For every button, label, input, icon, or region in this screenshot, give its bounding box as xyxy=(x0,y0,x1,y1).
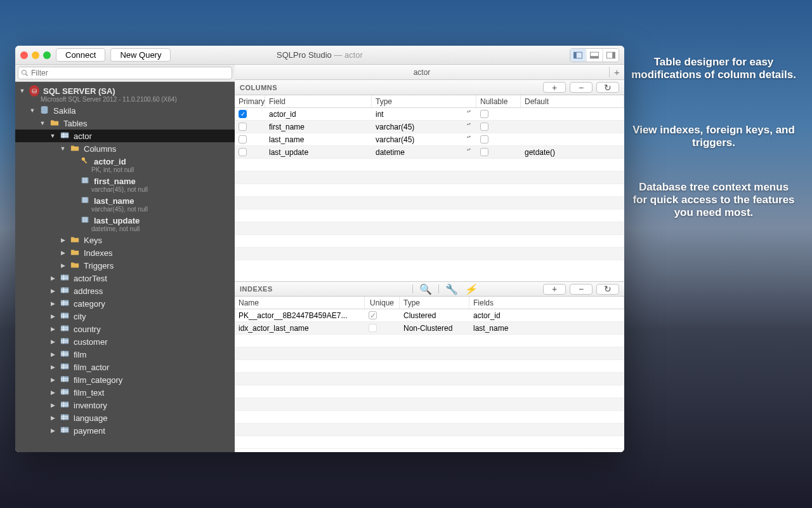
index-row[interactable] xyxy=(235,424,624,436)
index-row[interactable] xyxy=(235,373,624,385)
column-row[interactable] xyxy=(235,222,624,235)
tree-folder-triggers[interactable]: ▶Triggers xyxy=(15,259,235,272)
type-cell[interactable]: int▴▾ xyxy=(372,108,476,120)
new-query-button[interactable]: New Query xyxy=(110,48,171,62)
tree-table-film_category[interactable]: ▶film_category xyxy=(15,373,235,386)
remove-column-button[interactable]: − xyxy=(570,82,593,93)
column-row[interactable] xyxy=(235,235,624,248)
tree-column-last_update[interactable]: last_update xyxy=(15,214,235,227)
index-row[interactable] xyxy=(235,335,624,347)
col-header-field[interactable]: Field xyxy=(265,95,372,107)
new-tab-button[interactable]: + xyxy=(609,67,624,77)
tree-table-film[interactable]: ▶film xyxy=(15,348,235,361)
index-name-cell[interactable]: idx_actor_last_name xyxy=(235,322,365,334)
primary-checkbox[interactable] xyxy=(239,148,247,156)
refresh-indexes-button[interactable]: ↻ xyxy=(596,284,619,295)
index-type-cell[interactable]: Non-Clustered xyxy=(400,322,469,334)
nullable-checkbox[interactable] xyxy=(480,135,488,144)
stepper-icon[interactable]: ▴▾ xyxy=(467,135,473,139)
unique-checkbox[interactable] xyxy=(369,324,377,332)
column-row[interactable] xyxy=(235,210,624,222)
primary-checkbox[interactable] xyxy=(239,123,247,131)
tree-tables-folder[interactable]: ▼Tables xyxy=(15,117,235,130)
tree-table-film_text[interactable]: ▶film_text xyxy=(15,386,235,399)
tree-folder-indexes[interactable]: ▶Indexes xyxy=(15,246,235,259)
tree-columns-folder[interactable]: ▼Columns xyxy=(15,142,235,155)
field-cell[interactable]: actor_id xyxy=(265,108,372,120)
idx-header-name[interactable]: Name xyxy=(235,297,365,309)
index-row[interactable] xyxy=(235,360,624,373)
bolt-icon[interactable]: ⚡ xyxy=(464,283,477,295)
column-row[interactable] xyxy=(235,171,624,184)
tab-actor[interactable]: actor xyxy=(235,68,609,77)
add-index-button[interactable]: + xyxy=(543,284,566,295)
column-row[interactable]: last_updatedatetime▴▾getdate() xyxy=(235,146,624,159)
index-row[interactable] xyxy=(235,347,624,360)
default-cell[interactable] xyxy=(521,133,624,145)
tree-folder-keys[interactable]: ▶Keys xyxy=(15,234,235,246)
wrench-icon[interactable]: 🔧 xyxy=(445,283,458,295)
default-cell[interactable] xyxy=(521,108,624,120)
type-cell[interactable]: datetime▴▾ xyxy=(372,146,476,158)
index-name-cell[interactable]: PK__actor__8B2447B459AE7... xyxy=(235,309,365,321)
tree-table-inventory[interactable]: ▶inventory xyxy=(15,399,235,411)
index-row[interactable] xyxy=(235,411,624,424)
filter-input[interactable] xyxy=(18,67,232,79)
default-cell[interactable]: getdate() xyxy=(521,146,624,158)
type-cell[interactable]: varchar(45)▴▾ xyxy=(372,121,476,133)
field-cell[interactable]: first_name xyxy=(265,121,372,133)
tree-table-category[interactable]: ▶category xyxy=(15,297,235,310)
primary-checkbox[interactable]: ✓ xyxy=(239,110,247,118)
idx-header-fields[interactable]: Fields xyxy=(469,297,624,309)
tree-column-first_name[interactable]: first_name xyxy=(15,175,235,187)
column-row[interactable] xyxy=(235,197,624,210)
layout-right-icon[interactable] xyxy=(603,49,619,62)
field-cell[interactable]: last_name xyxy=(265,133,372,145)
nullable-checkbox[interactable] xyxy=(480,123,488,131)
remove-index-button[interactable]: − xyxy=(570,284,593,295)
index-fields-cell[interactable]: last_name xyxy=(469,322,624,334)
col-header-nullable[interactable]: Nullable xyxy=(476,95,521,107)
tree-table-actorTest[interactable]: ▶actorTest xyxy=(15,272,235,284)
connect-button[interactable]: Connect xyxy=(56,48,105,62)
index-fields-cell[interactable]: actor_id xyxy=(469,309,624,321)
tree-table-language[interactable]: ▶language xyxy=(15,411,235,424)
field-cell[interactable]: last_update xyxy=(265,146,372,158)
nullable-checkbox[interactable] xyxy=(480,148,488,156)
nullable-checkbox[interactable] xyxy=(480,110,488,118)
column-row[interactable]: last_namevarchar(45)▴▾ xyxy=(235,133,624,146)
index-row[interactable] xyxy=(235,398,624,411)
unique-checkbox[interactable]: ✓ xyxy=(369,311,377,319)
layout-segment-control[interactable] xyxy=(570,48,619,62)
index-row[interactable]: PK__actor__8B2447B459AE7...✓Clusteredact… xyxy=(235,309,624,322)
index-row[interactable] xyxy=(235,436,624,449)
tree-table-actor[interactable]: ▼actor xyxy=(15,130,235,142)
stepper-icon[interactable]: ▴▾ xyxy=(467,109,473,114)
layout-bottom-icon[interactable] xyxy=(587,49,602,62)
col-header-type[interactable]: Type xyxy=(372,95,476,107)
col-header-primary[interactable]: Primary xyxy=(235,95,265,107)
tree-table-customer[interactable]: ▶customer xyxy=(15,335,235,348)
idx-header-unique[interactable]: Unique xyxy=(365,297,400,309)
tree-table-city[interactable]: ▶city xyxy=(15,310,235,323)
index-row[interactable]: idx_actor_last_nameNon-Clusteredlast_nam… xyxy=(235,322,624,335)
tree-table-payment[interactable]: ▶payment xyxy=(15,424,235,437)
layout-sidebar-icon[interactable] xyxy=(570,49,586,62)
window-close-button[interactable] xyxy=(20,51,28,59)
tree-table-country[interactable]: ▶country xyxy=(15,323,235,335)
tree-table-address[interactable]: ▶address xyxy=(15,284,235,297)
default-cell[interactable] xyxy=(521,121,624,133)
tree-column-actor_id[interactable]: actor_id xyxy=(15,155,235,168)
index-row[interactable] xyxy=(235,385,624,398)
column-row[interactable] xyxy=(235,248,624,260)
window-minimize-button[interactable] xyxy=(32,51,39,59)
tree-server[interactable]: ▼⛁SQL SERVER (SA) xyxy=(15,84,235,97)
type-cell[interactable]: varchar(45)▴▾ xyxy=(372,133,476,145)
tree-table-film_actor[interactable]: ▶film_actor xyxy=(15,361,235,373)
window-zoom-button[interactable] xyxy=(43,51,51,59)
primary-checkbox[interactable] xyxy=(239,135,247,144)
col-header-default[interactable]: Default xyxy=(521,95,624,107)
add-column-button[interactable]: + xyxy=(543,82,566,93)
column-row[interactable]: ✓actor_idint▴▾ xyxy=(235,108,624,121)
refresh-columns-button[interactable]: ↻ xyxy=(596,82,619,93)
